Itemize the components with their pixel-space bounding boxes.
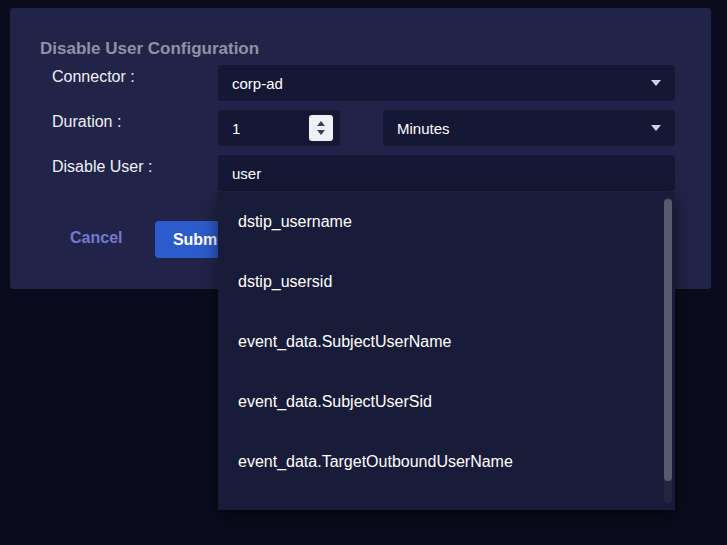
- duration-unit-select[interactable]: Minutes: [383, 110, 675, 146]
- connector-label: Connector :: [52, 68, 135, 86]
- scrollbar-thumb[interactable]: [664, 199, 672, 481]
- spinner-down-icon[interactable]: [317, 130, 325, 135]
- duration-input-wrap: [218, 110, 340, 146]
- connector-selected-value: corp-ad: [232, 75, 283, 92]
- duration-unit-selected-value: Minutes: [397, 120, 450, 137]
- connector-select[interactable]: corp-ad: [218, 65, 675, 101]
- duration-label: Duration :: [52, 113, 121, 131]
- disable-user-input-wrap: [218, 155, 675, 191]
- cancel-button[interactable]: Cancel: [70, 229, 122, 247]
- autocomplete-option[interactable]: event_data.TargetOutboundUserName: [218, 432, 675, 492]
- autocomplete-option[interactable]: dstip_username: [218, 192, 675, 252]
- autocomplete-option[interactable]: dstip_usersid: [218, 252, 675, 312]
- page: Disable User Configuration Connector : c…: [0, 0, 727, 545]
- autocomplete-dropdown: dstip_username dstip_usersid event_data.…: [218, 192, 675, 510]
- spinner-up-icon[interactable]: [317, 121, 325, 126]
- scrollbar-track[interactable]: [664, 197, 672, 503]
- disable-user-label: Disable User :: [52, 158, 152, 176]
- disable-user-input[interactable]: [232, 165, 661, 182]
- number-spinner[interactable]: [309, 115, 333, 141]
- autocomplete-option[interactable]: event_data.SubjectUserName: [218, 312, 675, 372]
- chevron-down-icon: [651, 80, 661, 86]
- modal-title: Disable User Configuration: [40, 39, 259, 59]
- chevron-down-icon: [651, 125, 661, 131]
- autocomplete-option[interactable]: event_data.SubjectUserSid: [218, 372, 675, 432]
